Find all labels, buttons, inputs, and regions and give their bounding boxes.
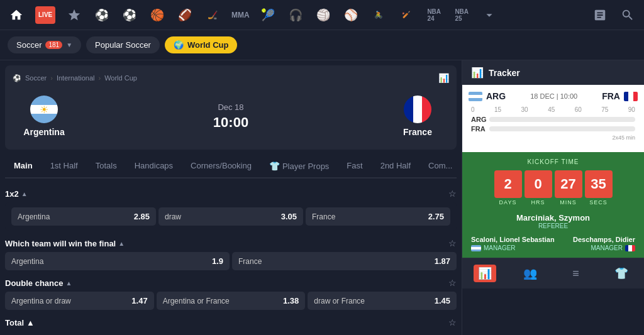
world-cup-icon[interactable]: ⚽ [93, 6, 111, 24]
countdown-days: 2 DAYS [494, 170, 522, 206]
total-title: Total ▲ [5, 318, 35, 327]
manager2: Deschamps, Didier MANAGER [573, 236, 635, 251]
odd-france[interactable]: France 2.75 [306, 207, 450, 226]
timeline-fra-label: FRA [471, 125, 487, 133]
odd-draw[interactable]: draw 3.05 [158, 207, 303, 226]
tab-2nd-half[interactable]: 2nd Half [372, 155, 419, 178]
american-football-icon[interactable]: 🏈 [176, 6, 194, 24]
tracker-lineup-icon[interactable]: 👥 [519, 265, 541, 282]
soccer-count: 181 [45, 41, 62, 49]
soccer-icon[interactable]: ⚽ [121, 6, 138, 24]
popular-soccer-button[interactable]: Popular Soccer [86, 36, 160, 53]
tab-corners-booking[interactable]: Corners/Booking [182, 155, 260, 178]
favorites-icon[interactable] [65, 6, 83, 24]
tracker-stats-icon[interactable]: ≡ [565, 265, 587, 282]
double-chance-odds-row: Argentina or draw 1.47 Argentina or Fran… [5, 292, 457, 310]
odd-argentina-label: Argentina [18, 212, 50, 221]
volleyball-icon[interactable]: 🏐 [314, 6, 332, 24]
tab-main[interactable]: Main [5, 155, 42, 178]
home-icon[interactable] [8, 6, 25, 24]
tennis-icon[interactable]: 🎾 [259, 6, 277, 24]
betslip-icon[interactable] [591, 6, 609, 24]
1x2-header: 1x2 ▲ ☆ [5, 184, 457, 202]
argentina-name: Argentina [23, 127, 64, 137]
countdown-hrs-value: 0 [525, 170, 552, 198]
final-winner-section: Which team will win the final ▲ ☆ Argent… [5, 233, 457, 270]
countdown-mins-value: 27 [555, 170, 582, 198]
nba24-icon[interactable]: NBA24 [425, 6, 443, 24]
match-card: ⚽ Soccer › International › World Cup 📊 A… [5, 65, 457, 150]
search-icon[interactable] [619, 6, 636, 24]
tabs-bar: Main 1st Half Totals Handicaps Corners/B… [5, 155, 457, 178]
manager1-label: MANAGER [471, 244, 555, 251]
match-info: Argentina Dec 18 10:00 France [13, 91, 449, 142]
tab-fast[interactable]: Fast [338, 155, 371, 178]
live-badge[interactable]: LIVE [35, 6, 55, 24]
tracker-kit-icon[interactable]: 👕 [610, 265, 633, 282]
1x2-collapse-arrow[interactable]: ▲ [21, 190, 28, 197]
final-winner-title: Which team will win the final ▲ [5, 239, 125, 248]
manager1-name: Scaloni, Lionel Sebastian [471, 236, 555, 243]
odd-france-value: 2.75 [428, 212, 444, 221]
manager2-name: Deschamps, Didier [573, 236, 635, 243]
soccer-filter-label: Soccer [16, 40, 42, 50]
timeline-fra-row: FRA [471, 125, 635, 133]
basketball-icon[interactable]: 🏀 [148, 6, 166, 24]
odd-draw-or-france[interactable]: draw or France 1.45 [308, 292, 457, 310]
worldcup-button[interactable]: 🌍 World Cup [165, 36, 237, 53]
odd-final-argentina-label: Argentina [11, 257, 43, 266]
countdown-days-value: 2 [494, 170, 522, 198]
odd-argentina-or-france[interactable]: Argentina or France 1.38 [157, 292, 306, 310]
tab-totals[interactable]: Totals [87, 155, 126, 178]
countdown-secs: 35 SECS [585, 170, 613, 206]
1x2-pin-icon[interactable]: ☆ [448, 189, 457, 199]
double-chance-header: Double chance ▲ ☆ [5, 273, 457, 292]
baseball-icon[interactable]: ⚾ [342, 6, 360, 24]
popular-soccer-label: Popular Soccer [95, 40, 151, 50]
odd-final-france[interactable]: France 1.87 [232, 252, 457, 270]
more-icon[interactable] [480, 6, 498, 24]
final-winner-header: Which team will win the final ▲ ☆ [5, 233, 457, 252]
top-navigation: LIVE ⚽ ⚽ 🏀 🏈 🏒 MMA 🎾 🎧 🏐 ⚾ 🚴 🏏 NBA24 NBA… [0, 0, 644, 30]
chart-icon[interactable]: 📊 [438, 73, 449, 83]
managers-row: Scaloni, Lionel Sebastian MANAGER Descha… [469, 236, 638, 251]
tracker-fra-flag [624, 92, 638, 101]
double-chance-title: Double chance ▲ [5, 278, 72, 288]
tab-handicaps[interactable]: Handicaps [126, 155, 182, 178]
nba25-icon[interactable]: NBA25 [453, 6, 470, 24]
tab-com[interactable]: Com... [419, 155, 457, 178]
worldcup-globe-icon: 🌍 [174, 40, 184, 50]
total-pin-icon[interactable]: ☆ [448, 317, 457, 327]
soccer-dropdown-arrow: ▼ [66, 41, 72, 48]
tracker-live-icon[interactable]: 📊 [474, 265, 496, 282]
headphones-icon[interactable]: 🎧 [287, 6, 304, 24]
manager1-flag [471, 245, 481, 251]
odd-argentina[interactable]: Argentina 2.85 [11, 207, 156, 226]
cricket-icon[interactable]: 🏏 [397, 6, 415, 24]
left-panel: ⚽ Soccer › International › World Cup 📊 A… [0, 60, 462, 335]
countdown-mins: 27 MINS [555, 170, 582, 206]
odd-argentina-or-draw-value: 1.47 [131, 296, 147, 305]
mma-icon[interactable]: MMA [231, 6, 249, 24]
main-area: ⚽ Soccer › International › World Cup 📊 A… [0, 60, 644, 335]
match-time: 10:00 [213, 114, 248, 131]
france-flag [404, 96, 431, 123]
odd-draw-or-france-value: 1.45 [435, 296, 450, 305]
tab-1st-half[interactable]: 1st Half [42, 155, 87, 178]
hockey-icon[interactable]: 🏒 [204, 6, 221, 24]
double-chance-section: Double chance ▲ ☆ Argentina or draw 1.47… [5, 273, 457, 310]
referee-label: REFEREE [469, 222, 638, 229]
double-chance-pin-icon[interactable]: ☆ [448, 278, 457, 288]
cycling-icon[interactable]: 🚴 [370, 6, 387, 24]
soccer-filter-button[interactable]: Soccer 181 ▼ [8, 36, 81, 53]
double-chance-collapse-arrow[interactable]: ▲ [65, 280, 72, 287]
odd-final-argentina[interactable]: Argentina 1.9 [5, 252, 230, 270]
tracker-header: 📊 Tracker [462, 60, 644, 85]
argentina-flag [30, 96, 58, 123]
total-collapse-arrow[interactable]: ▲ [26, 318, 35, 327]
match-center: Dec 18 10:00 [213, 102, 248, 131]
final-winner-pin-icon[interactable]: ☆ [448, 238, 457, 248]
tab-player-props[interactable]: 👕 Player Props [260, 155, 338, 178]
final-winner-collapse-arrow[interactable]: ▲ [118, 240, 125, 247]
odd-argentina-or-draw[interactable]: Argentina or draw 1.47 [5, 292, 154, 310]
